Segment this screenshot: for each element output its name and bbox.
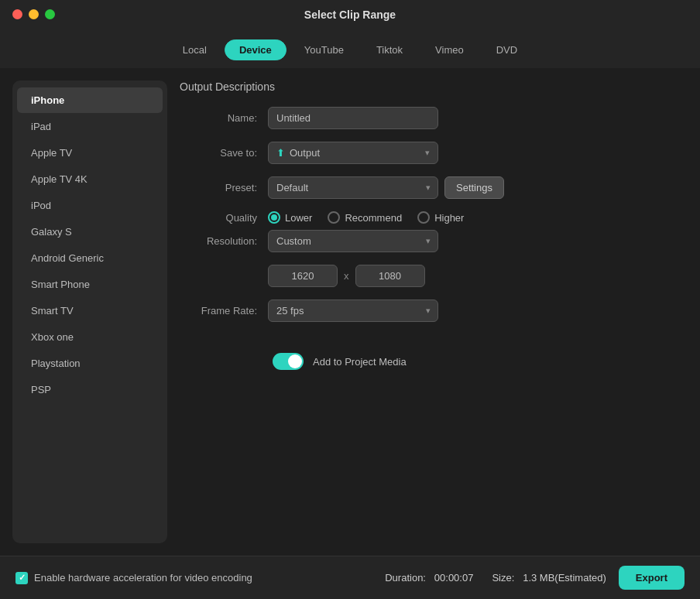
- res-x-separator: x: [344, 270, 349, 282]
- upload-icon: ⬆: [276, 147, 285, 159]
- tab-device[interactable]: Device: [225, 39, 287, 60]
- quality-options: Lower Recommend Higher: [268, 211, 464, 224]
- quality-recommend-label: Recommend: [345, 212, 402, 224]
- right-panel: Output Descriptions Name: Save to: ⬆ Out…: [180, 80, 688, 543]
- duration-label: Duration:: [385, 572, 426, 584]
- name-row: Name:: [180, 107, 688, 129]
- size-label: Size:: [492, 572, 514, 584]
- duration-value: 00:00:07: [434, 572, 474, 584]
- tab-vimeo[interactable]: Vimeo: [420, 39, 479, 60]
- quality-lower-label: Lower: [285, 212, 312, 224]
- sidebar-item-ipad[interactable]: iPad: [17, 114, 163, 139]
- preset-select-wrap: Default ▾: [268, 176, 438, 199]
- sidebar: iPhone iPad Apple TV Apple TV 4K iPod Ga…: [12, 80, 167, 543]
- resolution-select[interactable]: Custom: [268, 230, 438, 252]
- sidebar-item-xbox-one[interactable]: Xbox one: [17, 324, 163, 350]
- window-controls: [12, 9, 55, 19]
- sidebar-item-android-generic[interactable]: Android Generic: [17, 245, 163, 271]
- quality-label: Quality: [180, 212, 257, 224]
- toggle-knob: [288, 354, 302, 368]
- frame-rate-row: Frame Rate: 25 fps ▾: [180, 300, 688, 322]
- tab-local[interactable]: Local: [168, 39, 221, 60]
- close-button[interactable]: [12, 9, 22, 19]
- checkmark-icon: ✓: [19, 573, 26, 583]
- size-item: Size: 1.3 MB(Estimated): [492, 572, 606, 584]
- tab-dvd[interactable]: DVD: [482, 39, 532, 60]
- sidebar-item-smart-tv[interactable]: Smart TV: [17, 298, 163, 323]
- resolution-label: Resolution:: [180, 235, 257, 247]
- footer-meta: Duration: 00:00:07 Size: 1.3 MB(Estimate…: [385, 572, 606, 584]
- save-to-label: Save to:: [180, 147, 257, 159]
- toggle-row: Add to Project Media: [180, 353, 688, 370]
- save-to-value: Output: [290, 147, 425, 159]
- titlebar: Select Clip Range: [0, 0, 700, 29]
- resolution-dims-row: x: [180, 265, 688, 287]
- add-to-project-toggle[interactable]: [273, 353, 304, 370]
- preset-label: Preset:: [180, 182, 257, 193]
- quality-higher-option[interactable]: Higher: [417, 211, 464, 224]
- footer: ✓ Enable hardware acceleration for video…: [0, 556, 700, 599]
- size-value: 1.3 MB(Estimated): [523, 572, 606, 584]
- name-input[interactable]: [268, 107, 438, 129]
- sidebar-item-ipod[interactable]: iPod: [17, 193, 163, 218]
- res-height-input[interactable]: [355, 265, 425, 287]
- quality-higher-label: Higher: [434, 212, 464, 224]
- export-button[interactable]: Export: [619, 566, 685, 590]
- hw-accel-label: Enable hardware acceleration for video e…: [34, 572, 252, 584]
- minimize-button[interactable]: [29, 9, 39, 19]
- sidebar-item-playstation[interactable]: Playstation: [17, 351, 163, 376]
- window-title: Select Clip Range: [304, 9, 396, 21]
- duration-item: Duration: 00:00:07: [385, 572, 473, 584]
- resolution-select-wrap: Custom ▾: [268, 230, 438, 252]
- hw-accel-checkbox[interactable]: ✓: [15, 572, 28, 584]
- resolution-inputs: x: [268, 265, 425, 287]
- frame-rate-select-wrap: 25 fps ▾: [268, 300, 438, 322]
- sidebar-item-apple-tv[interactable]: Apple TV: [17, 140, 163, 166]
- hw-accel-section: ✓ Enable hardware acceleration for video…: [15, 572, 385, 584]
- preset-controls: Default ▾ Settings: [268, 176, 504, 199]
- save-to-row: Save to: ⬆ Output ▾: [180, 142, 688, 164]
- radio-lower-circle: [268, 211, 280, 224]
- res-width-input[interactable]: [268, 265, 338, 287]
- preset-select[interactable]: Default: [268, 176, 438, 199]
- frame-rate-select[interactable]: 25 fps: [268, 300, 438, 322]
- save-to-select[interactable]: ⬆ Output ▾: [268, 142, 438, 164]
- sidebar-item-psp[interactable]: PSP: [17, 377, 163, 402]
- tab-tiktok[interactable]: Tiktok: [362, 39, 417, 60]
- sidebar-item-smart-phone[interactable]: Smart Phone: [17, 272, 163, 297]
- main-content: iPhone iPad Apple TV Apple TV 4K iPod Ga…: [0, 68, 700, 556]
- quality-recommend-option[interactable]: Recommend: [328, 211, 402, 224]
- radio-recommend-circle: [328, 211, 340, 224]
- resolution-row: Resolution: Custom ▾: [180, 230, 688, 252]
- sidebar-item-apple-tv-4k[interactable]: Apple TV 4K: [17, 166, 163, 192]
- settings-button[interactable]: Settings: [444, 176, 504, 199]
- tab-youtube[interactable]: YouTube: [290, 39, 359, 60]
- frame-rate-label: Frame Rate:: [180, 305, 257, 317]
- preset-row: Preset: Default ▾ Settings: [180, 176, 688, 199]
- radio-higher-circle: [417, 211, 430, 224]
- sidebar-item-galaxy-s[interactable]: Galaxy S: [17, 219, 163, 245]
- name-label: Name:: [180, 112, 257, 124]
- nav-tabs: Local Device YouTube Tiktok Vimeo DVD: [0, 29, 700, 68]
- toggle-label: Add to Project Media: [313, 356, 407, 368]
- sidebar-item-iphone[interactable]: iPhone: [17, 87, 163, 113]
- radio-lower-inner: [271, 214, 277, 221]
- maximize-button[interactable]: [45, 9, 55, 19]
- quality-row: Quality Lower Recommend Higher: [180, 211, 688, 224]
- quality-lower-option[interactable]: Lower: [268, 211, 312, 224]
- chevron-down-icon: ▾: [425, 148, 430, 158]
- panel-title: Output Descriptions: [180, 80, 688, 93]
